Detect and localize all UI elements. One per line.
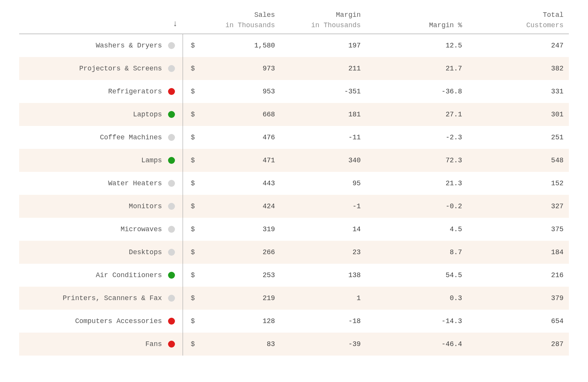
header-customers[interactable]: Total Customers bbox=[467, 0, 569, 34]
cell-currency: $ bbox=[183, 264, 199, 287]
status-dot-icon bbox=[168, 157, 175, 164]
cell-margin: -39 bbox=[280, 333, 366, 356]
cell-customers: 184 bbox=[467, 241, 569, 264]
cell-currency: $ bbox=[183, 34, 199, 57]
cell-margin-pct: 0.3 bbox=[366, 287, 467, 310]
status-dot-icon bbox=[168, 341, 175, 348]
cell-sales: 219 bbox=[198, 287, 280, 310]
cell-status bbox=[167, 310, 183, 333]
cell-status bbox=[167, 264, 183, 287]
table-row[interactable]: Desktops$266238.7184 bbox=[19, 241, 569, 264]
cell-margin-pct: 54.5 bbox=[366, 264, 467, 287]
cell-margin: 1 bbox=[280, 287, 366, 310]
cell-category: Refrigerators bbox=[19, 80, 167, 103]
cell-status bbox=[167, 57, 183, 80]
table-row[interactable]: Printers, Scanners & Fax$21910.3379 bbox=[19, 287, 569, 310]
cell-currency: $ bbox=[183, 80, 199, 103]
cell-customers: 216 bbox=[467, 264, 569, 287]
cell-customers: 379 bbox=[467, 287, 569, 310]
table-row[interactable]: Monitors$424-1-0.2327 bbox=[19, 195, 569, 218]
cell-margin-pct: -36.8 bbox=[366, 80, 467, 103]
cell-sales: 471 bbox=[198, 149, 280, 172]
cell-currency: $ bbox=[183, 310, 199, 333]
cell-currency: $ bbox=[183, 333, 199, 356]
cell-status bbox=[167, 287, 183, 310]
cell-currency: $ bbox=[183, 241, 199, 264]
table-row[interactable]: Fans$83-39-46.4287 bbox=[19, 333, 569, 356]
cell-status bbox=[167, 103, 183, 126]
cell-sales: 83 bbox=[198, 333, 280, 356]
cell-margin: 197 bbox=[280, 34, 366, 57]
cell-margin: -1 bbox=[280, 195, 366, 218]
cell-margin: -11 bbox=[280, 126, 366, 149]
cell-margin-pct: -14.3 bbox=[366, 310, 467, 333]
cell-category: Laptops bbox=[19, 103, 167, 126]
cell-status bbox=[167, 80, 183, 103]
cell-customers: 548 bbox=[467, 149, 569, 172]
sales-table: ↓ Sales in Thousands Margin in Thousands… bbox=[19, 0, 569, 356]
cell-margin: 211 bbox=[280, 57, 366, 80]
table-row[interactable]: Washers & Dryers$1,58019712.5247 bbox=[19, 34, 569, 57]
cell-sales: 266 bbox=[198, 241, 280, 264]
table-row[interactable]: Laptops$66818127.1301 bbox=[19, 103, 569, 126]
header-sales[interactable]: Sales in Thousands bbox=[183, 0, 281, 34]
header-sort[interactable]: ↓ bbox=[167, 0, 183, 34]
cell-margin-pct: 21.3 bbox=[366, 172, 467, 195]
cell-margin: -18 bbox=[280, 310, 366, 333]
cell-category: Computers Accessories bbox=[19, 310, 167, 333]
header-sales-sub: in Thousands bbox=[188, 21, 275, 30]
table-row[interactable]: Coffee Machines$476-11-2.3251 bbox=[19, 126, 569, 149]
cell-customers: 301 bbox=[467, 103, 569, 126]
status-dot-icon bbox=[168, 249, 175, 256]
header-sales-label: Sales bbox=[254, 11, 275, 19]
cell-sales: 443 bbox=[198, 172, 280, 195]
table-row[interactable]: Microwaves$319144.5375 bbox=[19, 218, 569, 241]
cell-category: Washers & Dryers bbox=[19, 34, 167, 57]
cell-margin-pct: 72.3 bbox=[366, 149, 467, 172]
status-dot-icon bbox=[168, 65, 175, 72]
cell-sales: 319 bbox=[198, 218, 280, 241]
cell-customers: 247 bbox=[467, 34, 569, 57]
table-row[interactable]: Water Heaters$4439521.3152 bbox=[19, 172, 569, 195]
cell-sales: 253 bbox=[198, 264, 280, 287]
status-dot-icon bbox=[168, 111, 175, 118]
header-margin-pct-label: Margin % bbox=[429, 21, 462, 29]
cell-sales: 128 bbox=[198, 310, 280, 333]
cell-category: Fans bbox=[19, 333, 167, 356]
cell-currency: $ bbox=[183, 172, 199, 195]
cell-margin-pct: 8.7 bbox=[366, 241, 467, 264]
cell-customers: 331 bbox=[467, 80, 569, 103]
header-margin[interactable]: Margin in Thousands bbox=[280, 0, 366, 34]
cell-currency: $ bbox=[183, 195, 199, 218]
cell-currency: $ bbox=[183, 149, 199, 172]
cell-margin-pct: 21.7 bbox=[366, 57, 467, 80]
table-row[interactable]: Computers Accessories$128-18-14.3654 bbox=[19, 310, 569, 333]
cell-margin: 95 bbox=[280, 172, 366, 195]
sort-desc-icon: ↓ bbox=[173, 19, 178, 29]
header-margin-sub: in Thousands bbox=[286, 21, 361, 30]
cell-sales: 476 bbox=[198, 126, 280, 149]
cell-margin: 138 bbox=[280, 264, 366, 287]
table-row[interactable]: Refrigerators$953-351-36.8331 bbox=[19, 80, 569, 103]
cell-status bbox=[167, 241, 183, 264]
cell-status bbox=[167, 126, 183, 149]
cell-currency: $ bbox=[183, 287, 199, 310]
table-row[interactable]: Projectors & Screens$97321121.7382 bbox=[19, 57, 569, 80]
cell-status bbox=[167, 149, 183, 172]
table-row[interactable]: Air Conditioners$25313854.5216 bbox=[19, 264, 569, 287]
cell-customers: 375 bbox=[467, 218, 569, 241]
cell-category: Printers, Scanners & Fax bbox=[19, 287, 167, 310]
cell-category: Desktops bbox=[19, 241, 167, 264]
table-row[interactable]: Lamps$47134072.3548 bbox=[19, 149, 569, 172]
cell-margin-pct: -0.2 bbox=[366, 195, 467, 218]
status-dot-icon bbox=[168, 226, 175, 233]
header-margin-pct[interactable]: Margin % bbox=[366, 0, 467, 34]
header-category[interactable] bbox=[19, 0, 167, 34]
cell-category: Monitors bbox=[19, 195, 167, 218]
cell-margin-pct: 4.5 bbox=[366, 218, 467, 241]
cell-currency: $ bbox=[183, 57, 199, 80]
status-dot-icon bbox=[168, 318, 175, 325]
cell-status bbox=[167, 218, 183, 241]
cell-category: Water Heaters bbox=[19, 172, 167, 195]
header-customers-label: Total bbox=[543, 11, 564, 19]
